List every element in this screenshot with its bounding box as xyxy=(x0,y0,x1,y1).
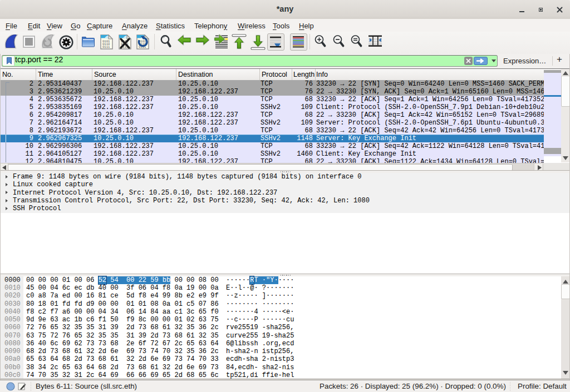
svg-text:0111: 0111 xyxy=(102,45,110,49)
